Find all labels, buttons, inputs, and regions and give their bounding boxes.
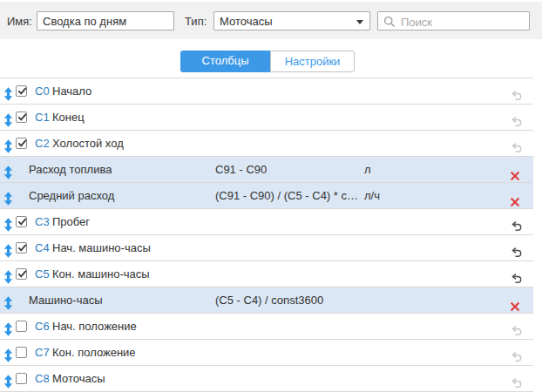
column-label: Нач. положение	[52, 314, 137, 339]
undo-button[interactable]	[510, 85, 523, 98]
columns-list: C0 Начало C1 Конец	[0, 78, 533, 392]
table-row[interactable]: C7 Кон. положение	[0, 339, 533, 365]
table-row[interactable]: Расход топлива C91 - C90 л	[0, 156, 533, 182]
type-select-value: Моточасы	[220, 15, 273, 28]
column-code: C1	[35, 105, 50, 130]
drag-handle-icon[interactable]	[3, 215, 13, 229]
table-row[interactable]: C6 Нач. положение	[0, 313, 533, 339]
column-checkbox[interactable]	[16, 347, 27, 358]
close-icon	[510, 171, 520, 181]
name-label: Имя:	[7, 15, 32, 28]
column-label: Начало	[52, 78, 91, 104]
report-name-input[interactable]	[37, 11, 174, 30]
undo-button[interactable]	[510, 112, 523, 124]
table-row[interactable]: Машино-часы (C5 - C4) / const3600	[0, 287, 533, 313]
close-icon	[510, 197, 520, 207]
search-icon	[383, 16, 396, 28]
table-row[interactable]: C3 Пробег	[0, 208, 533, 234]
tab-bar: Столбцы Настройки	[180, 51, 355, 72]
drag-handle-icon[interactable]	[3, 111, 13, 125]
undo-icon	[510, 377, 523, 389]
check-icon	[17, 138, 28, 149]
column-checkbox[interactable]	[16, 373, 27, 384]
column-label: Расход топлива	[29, 157, 112, 182]
column-code: C5	[35, 261, 50, 287]
table-row[interactable]: C1 Конец	[0, 104, 533, 130]
drag-handle-icon[interactable]	[3, 267, 13, 281]
column-formula: C91 - C90	[215, 157, 267, 182]
column-label: Нач. машино-часы	[52, 235, 151, 260]
undo-button[interactable]	[510, 347, 523, 359]
toolbar: Имя: Тип: Моточасы	[0, 2, 542, 39]
column-unit: л/ч	[364, 183, 380, 208]
search-box	[377, 11, 530, 30]
undo-icon	[510, 351, 523, 363]
table-row[interactable]: C5 Кон. машино-часы	[0, 260, 533, 287]
delete-button[interactable]	[510, 191, 523, 203]
check-icon	[17, 242, 28, 253]
column-label: Холостой ход	[52, 131, 124, 156]
column-label: Кон. положение	[52, 340, 136, 365]
column-code: C4	[35, 235, 50, 260]
drag-handle-icon[interactable]	[3, 189, 13, 203]
column-label: Пробег	[52, 209, 90, 234]
undo-icon	[510, 247, 523, 259]
drag-handle-icon[interactable]	[3, 320, 13, 334]
drag-handle-icon[interactable]	[3, 163, 13, 177]
drag-handle-icon[interactable]	[3, 346, 13, 360]
type-select[interactable]: Моточасы	[213, 11, 370, 30]
undo-button[interactable]	[510, 138, 523, 150]
search-input[interactable]	[399, 13, 528, 30]
column-checkbox[interactable]	[16, 85, 27, 97]
undo-button[interactable]	[510, 373, 523, 385]
column-label: Моточасы	[52, 366, 105, 391]
undo-button[interactable]	[510, 242, 523, 254]
tab-columns[interactable]: Столбцы	[180, 51, 270, 72]
column-unit: л	[364, 157, 371, 182]
drag-handle-icon[interactable]	[3, 241, 13, 255]
type-label: Тип:	[185, 15, 207, 28]
column-checkbox[interactable]	[16, 216, 27, 227]
column-checkbox[interactable]	[16, 268, 27, 280]
column-formula: (C91 - C90) / (C5 - C4) * con…	[215, 183, 362, 208]
column-checkbox[interactable]	[16, 138, 27, 149]
close-icon	[510, 301, 520, 312]
drag-handle-icon[interactable]	[3, 372, 13, 386]
undo-button[interactable]	[510, 216, 523, 228]
check-icon	[17, 85, 28, 97]
column-checkbox[interactable]	[16, 242, 27, 253]
undo-icon	[510, 90, 523, 102]
undo-icon	[510, 325, 523, 337]
column-checkbox[interactable]	[16, 321, 27, 332]
table-row[interactable]: Средний расход (C91 - C90) / (C5 - C4) *…	[0, 182, 533, 208]
undo-icon	[510, 273, 523, 285]
drag-handle-icon[interactable]	[3, 137, 13, 151]
column-label: Кон. машино-часы	[52, 261, 150, 287]
undo-button[interactable]	[510, 268, 523, 280]
tab-settings[interactable]: Настройки	[270, 51, 355, 72]
drag-handle-icon[interactable]	[3, 294, 13, 308]
column-code: C3	[35, 209, 50, 234]
undo-icon	[510, 142, 523, 154]
drag-handle-icon[interactable]	[3, 84, 13, 98]
undo-icon	[510, 220, 523, 233]
column-code: C0	[35, 78, 50, 104]
column-checkbox[interactable]	[16, 112, 27, 123]
column-label: Конец	[52, 105, 85, 130]
delete-button[interactable]	[510, 295, 523, 308]
column-label: Средний расход	[29, 183, 114, 208]
undo-icon	[510, 116, 523, 128]
chevron-down-icon	[356, 20, 363, 24]
table-row[interactable]: C2 Холостой ход	[0, 130, 533, 156]
column-code: C8	[35, 366, 50, 391]
table-row[interactable]: C8 Моточасы	[0, 365, 533, 391]
check-icon	[17, 112, 28, 123]
table-row[interactable]: C4 Нач. машино-часы	[0, 234, 533, 260]
table-row[interactable]: C0 Начало	[0, 78, 533, 104]
column-code: C2	[35, 131, 50, 156]
check-icon	[17, 216, 28, 227]
delete-button[interactable]	[510, 165, 523, 177]
check-icon	[17, 268, 28, 280]
column-code: C7	[35, 340, 50, 365]
undo-button[interactable]	[510, 321, 523, 333]
